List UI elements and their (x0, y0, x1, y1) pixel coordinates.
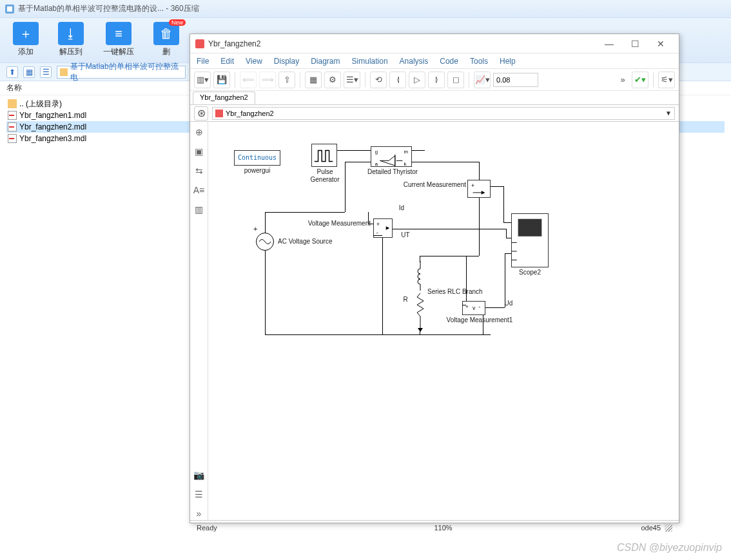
svg-text:g: g (375, 149, 378, 155)
fit-to-view-icon[interactable]: ▣ (193, 145, 206, 158)
watermark: CSDN @biyezuopinvip (617, 542, 722, 554)
forward-button[interactable]: ⟹ (259, 72, 276, 88)
stop-button[interactable]: ◻ (447, 72, 464, 88)
block-scope2[interactable] (511, 213, 549, 267)
resize-grip-icon[interactable] (665, 524, 672, 532)
up-button[interactable]: ⇧ (278, 72, 295, 88)
svg-text:k: k (404, 161, 406, 167)
status-solver: ode45 (516, 524, 661, 532)
menu-code[interactable]: Code (440, 57, 458, 66)
browser-icon[interactable]: ☰ (193, 488, 206, 501)
label-voltage-measurement: Voltage Measurement (298, 220, 371, 227)
block-voltage-measurement1[interactable]: +v- (462, 301, 485, 315)
simulink-status-bar: Ready 110% ode45 (190, 520, 679, 534)
toolbar-delete-button[interactable]: 🗑New删 (153, 22, 179, 63)
stop-time-input[interactable] (493, 73, 538, 87)
svg-text:+: + (471, 182, 475, 189)
simulink-breadcrumb-bar: ⊛ Ybr_fangzhen2 ▼ (190, 105, 679, 122)
svg-marker-10 (386, 226, 390, 230)
toggle-perspective-icon[interactable]: ⇆ (193, 164, 206, 177)
label-current-measurement: Current Measurement (389, 181, 466, 188)
menu-help[interactable]: Help (500, 57, 516, 66)
menu-analysis[interactable]: Analysis (400, 57, 429, 66)
menu-diagram[interactable]: Diagram (311, 57, 340, 66)
simulink-menu-bar: File Edit View Display Diagram Simulatio… (190, 53, 679, 69)
outer-window-title: 基于Matlab的单相半波可控整流电路的设... - 360压缩 (18, 3, 199, 14)
mdl-file-icon (8, 134, 17, 143)
maximize-button[interactable]: ☐ (622, 35, 648, 52)
model-config-button[interactable]: ⚙ (324, 72, 341, 88)
model-explorer-button[interactable]: ☰▾ (344, 72, 360, 88)
label-R: R (399, 296, 412, 303)
svg-text:m: m (404, 149, 407, 155)
status-zoom: 110% (371, 524, 516, 532)
svg-text:a: a (375, 161, 378, 167)
block-rlc-branch[interactable] (414, 261, 426, 332)
mdl-file-icon (8, 122, 17, 131)
label-rlc: Series RLC Branch (427, 288, 498, 295)
breadcrumb-text: Ybr_fangzhen2 (226, 110, 274, 117)
back-button[interactable]: ⟸ (240, 72, 257, 88)
zoom-fit-icon[interactable]: ⊕ (193, 126, 206, 139)
label-voltage-measurement1: Voltage Measurement1 (438, 316, 521, 323)
block-current-measurement[interactable]: + (467, 180, 491, 198)
up-arrow-icon[interactable]: ⬆ (6, 66, 18, 78)
folder-icon (8, 99, 17, 108)
label-scope2: Scope2 (511, 269, 549, 276)
menu-file[interactable]: File (197, 57, 209, 66)
svg-marker-11 (418, 328, 423, 332)
label-Ud: Ud (502, 300, 515, 307)
mdl-file-icon (8, 111, 17, 120)
simulink-title-bar[interactable]: Ybr_fangzhen2 — ☐ ✕ (190, 34, 679, 53)
library-browser-button[interactable]: ▦ (305, 72, 322, 88)
address-text: 基于Matlab的单相半波可控整流电 (70, 61, 182, 83)
step-back-button[interactable]: ⟲ (370, 72, 387, 88)
block-detailed-thyristor[interactable]: gmak (371, 146, 412, 167)
menu-display[interactable]: Display (274, 57, 299, 66)
menu-edit[interactable]: Edit (220, 57, 234, 66)
simulink-canvas[interactable]: Continuous powergui Pulse Generator gmak… (208, 122, 679, 520)
menu-tools[interactable]: Tools (470, 57, 488, 66)
run-button[interactable]: ▷ (409, 72, 425, 88)
collapse-icon[interactable]: » (193, 507, 206, 520)
step-forward-button[interactable]: ⦊ (428, 72, 445, 88)
label-Id: Id (395, 204, 408, 211)
toolbar-add-button[interactable]: ＋添加 (13, 22, 39, 63)
address-bar[interactable]: 基于Matlab的单相半波可控整流电 (57, 66, 186, 79)
label-UT: UT (399, 231, 412, 238)
menu-view[interactable]: View (246, 57, 262, 66)
checkmark-button[interactable]: ✔▾ (632, 72, 648, 88)
fast-restart-icon[interactable]: » (616, 72, 629, 88)
simulation-mode-dropdown[interactable]: 📈▾ (474, 72, 491, 88)
breadcrumb[interactable]: Ybr_fangzhen2 ▼ (212, 107, 675, 120)
image-icon[interactable]: ▥ (193, 203, 206, 216)
view-list-icon[interactable]: ☰ (40, 66, 52, 78)
block-ac-voltage-source[interactable] (256, 233, 274, 251)
close-button[interactable]: ✕ (648, 35, 674, 52)
ac-plus-label: + (253, 225, 257, 233)
more-options-button[interactable]: ⚟▾ (658, 72, 675, 88)
step-back-icon[interactable]: ⦉ (389, 72, 406, 88)
toolbar-extract-to-button[interactable]: ⭳解压到 (58, 22, 84, 63)
toolbar-one-click-extract-button[interactable]: ≡一键解压 (103, 22, 134, 63)
block-powergui[interactable]: Continuous (234, 150, 280, 166)
svg-rect-15 (518, 219, 542, 237)
simulink-icon (195, 39, 204, 48)
simulink-toolbar: ▥▾ 💾 ⟸ ⟹ ⇧ ▦ ⚙ ☰▾ ⟲ ⦉ ▷ ⦊ ◻ 📈▾ » ✔▾ ⚟▾ (190, 69, 679, 91)
svg-text:-: - (479, 304, 481, 310)
model-tab[interactable]: Ybr_fangzhen2 (193, 92, 255, 104)
folder-icon (60, 68, 68, 76)
breadcrumb-dropdown-icon[interactable]: ▼ (665, 110, 672, 117)
new-model-button[interactable]: ▥▾ (194, 72, 211, 88)
menu-simulation[interactable]: Simulation (352, 57, 388, 66)
status-ready: Ready (197, 524, 371, 532)
save-button[interactable]: 💾 (213, 72, 230, 88)
view-grid-icon[interactable]: ▦ (23, 66, 35, 78)
hide-browser-button[interactable]: ⊛ (194, 106, 208, 121)
simulink-model-tabs: Ybr_fangzhen2 (190, 91, 679, 105)
block-pulse-generator[interactable] (311, 144, 337, 167)
annotation-icon[interactable]: A≡ (193, 184, 206, 197)
screenshot-icon[interactable]: 📷 (193, 468, 206, 481)
minimize-button[interactable]: — (596, 35, 622, 52)
simulink-side-palette: ⊕ ▣ ⇆ A≡ ▥ 📷 ☰ » (190, 122, 208, 520)
